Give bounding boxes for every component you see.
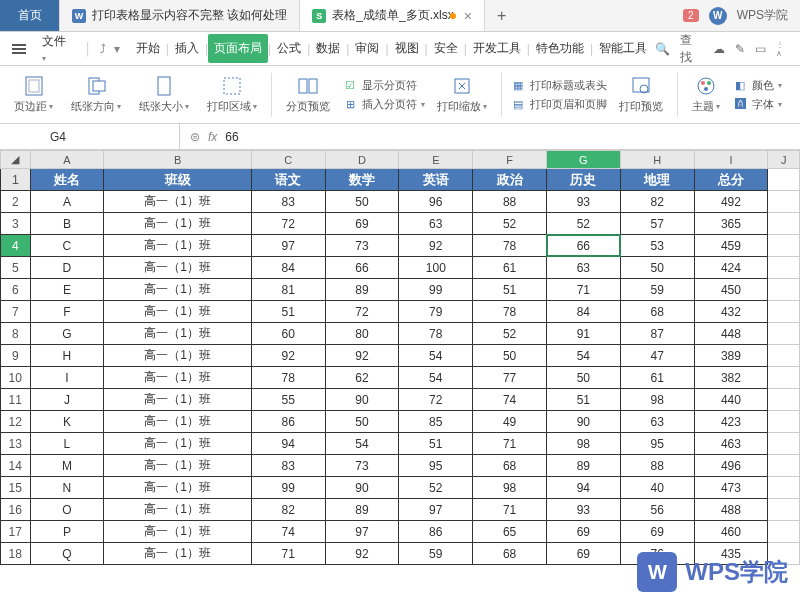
- cell[interactable]: I: [30, 367, 104, 389]
- row-header-13[interactable]: 13: [1, 433, 31, 455]
- fx-icon[interactable]: fx: [208, 130, 217, 144]
- cell[interactable]: 450: [694, 279, 768, 301]
- cell[interactable]: P: [30, 521, 104, 543]
- cell[interactable]: 74: [251, 521, 325, 543]
- cell[interactable]: 高一（1）班: [104, 323, 252, 345]
- cell[interactable]: 78: [399, 323, 473, 345]
- cell[interactable]: 94: [251, 433, 325, 455]
- menu-tab-9[interactable]: 特色功能: [530, 34, 590, 63]
- cell[interactable]: 56: [620, 499, 694, 521]
- toolbar-icon-2[interactable]: ✎: [735, 42, 745, 56]
- cell[interactable]: 高一（1）班: [104, 367, 252, 389]
- cell[interactable]: H: [30, 345, 104, 367]
- cell[interactable]: 97: [325, 521, 399, 543]
- cell[interactable]: 高一（1）班: [104, 543, 252, 565]
- cell[interactable]: 高一（1）班: [104, 213, 252, 235]
- col-header-H[interactable]: H: [620, 151, 694, 169]
- cell[interactable]: 82: [620, 191, 694, 213]
- cell[interactable]: M: [30, 455, 104, 477]
- cell[interactable]: 71: [546, 279, 620, 301]
- cell[interactable]: G: [30, 323, 104, 345]
- col-header-J[interactable]: J: [768, 151, 800, 169]
- cell[interactable]: N: [30, 477, 104, 499]
- cell[interactable]: K: [30, 411, 104, 433]
- cell[interactable]: 69: [546, 543, 620, 565]
- cell[interactable]: D: [30, 257, 104, 279]
- menu-tab-4[interactable]: 数据: [310, 34, 346, 63]
- col-header-A[interactable]: A: [30, 151, 104, 169]
- cell[interactable]: B: [30, 213, 104, 235]
- cell[interactable]: 440: [694, 389, 768, 411]
- cell[interactable]: 95: [620, 433, 694, 455]
- row-header-2[interactable]: 2: [1, 191, 31, 213]
- theme-button[interactable]: 主题▾: [686, 73, 726, 116]
- cell[interactable]: 78: [473, 301, 547, 323]
- cell[interactable]: 高一（1）班: [104, 345, 252, 367]
- show-pagebreak-checkbox[interactable]: ☑显示分页符: [342, 77, 425, 93]
- cell[interactable]: 51: [251, 301, 325, 323]
- name-box[interactable]: G4: [0, 124, 180, 149]
- row-header-11[interactable]: 11: [1, 389, 31, 411]
- row-header-14[interactable]: 14: [1, 455, 31, 477]
- cell[interactable]: 389: [694, 345, 768, 367]
- cell[interactable]: 54: [399, 367, 473, 389]
- cell[interactable]: 51: [473, 279, 547, 301]
- row-header-8[interactable]: 8: [1, 323, 31, 345]
- cell[interactable]: 63: [620, 411, 694, 433]
- cell[interactable]: 460: [694, 521, 768, 543]
- header-cell[interactable]: 总分: [694, 169, 768, 191]
- cell[interactable]: 448: [694, 323, 768, 345]
- papersize-button[interactable]: 纸张大小▾: [133, 73, 195, 116]
- cell[interactable]: 54: [325, 433, 399, 455]
- cell[interactable]: 73: [325, 455, 399, 477]
- cell[interactable]: C: [30, 235, 104, 257]
- cell[interactable]: 72: [399, 389, 473, 411]
- select-all-corner[interactable]: ◢: [1, 151, 31, 169]
- cell[interactable]: 98: [620, 389, 694, 411]
- cell[interactable]: 90: [546, 411, 620, 433]
- cell[interactable]: 432: [694, 301, 768, 323]
- cell[interactable]: 83: [251, 455, 325, 477]
- cell[interactable]: 98: [473, 477, 547, 499]
- qat-more-icon[interactable]: ▾: [114, 42, 120, 56]
- cell[interactable]: Q: [30, 543, 104, 565]
- cell[interactable]: F: [30, 301, 104, 323]
- cell[interactable]: 52: [399, 477, 473, 499]
- tab-doc2[interactable]: S 表格_成绩单_多页.xlsx ×: [300, 0, 485, 31]
- cell[interactable]: 473: [694, 477, 768, 499]
- cell[interactable]: 52: [546, 213, 620, 235]
- cell[interactable]: 86: [399, 521, 473, 543]
- cell[interactable]: 高一（1）班: [104, 411, 252, 433]
- cell[interactable]: 80: [325, 323, 399, 345]
- menu-tab-6[interactable]: 视图: [389, 34, 425, 63]
- pagebreak-preview-button[interactable]: 分页预览: [280, 73, 336, 116]
- cell[interactable]: 高一（1）班: [104, 235, 252, 257]
- cell[interactable]: 382: [694, 367, 768, 389]
- cell[interactable]: 59: [399, 543, 473, 565]
- menu-tab-0[interactable]: 开始: [130, 34, 166, 63]
- row-header-9[interactable]: 9: [1, 345, 31, 367]
- cell[interactable]: 68: [473, 455, 547, 477]
- cell[interactable]: 59: [620, 279, 694, 301]
- cell[interactable]: 高一（1）班: [104, 301, 252, 323]
- row-header-10[interactable]: 10: [1, 367, 31, 389]
- cell[interactable]: 87: [620, 323, 694, 345]
- cell[interactable]: 93: [546, 191, 620, 213]
- cell[interactable]: 51: [399, 433, 473, 455]
- cell[interactable]: L: [30, 433, 104, 455]
- cell[interactable]: 高一（1）班: [104, 477, 252, 499]
- cell[interactable]: 96: [399, 191, 473, 213]
- cell[interactable]: 93: [546, 499, 620, 521]
- chevron-down-icon[interactable]: ⋮ ∧: [776, 40, 792, 58]
- col-header-D[interactable]: D: [325, 151, 399, 169]
- row-header-18[interactable]: 18: [1, 543, 31, 565]
- cell[interactable]: 86: [251, 411, 325, 433]
- cell[interactable]: 40: [620, 477, 694, 499]
- cell[interactable]: 53: [620, 235, 694, 257]
- cell[interactable]: 84: [251, 257, 325, 279]
- cell[interactable]: 高一（1）班: [104, 455, 252, 477]
- cell[interactable]: 63: [546, 257, 620, 279]
- cell[interactable]: 71: [473, 499, 547, 521]
- cell[interactable]: 47: [620, 345, 694, 367]
- cell[interactable]: 97: [251, 235, 325, 257]
